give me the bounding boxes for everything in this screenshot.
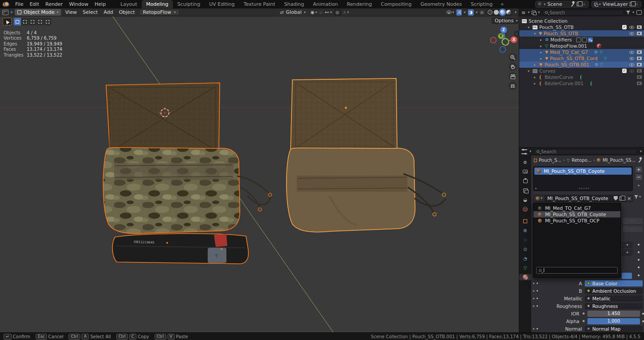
expand-arrow-icon[interactable]: ▸ <box>531 281 537 285</box>
expand-arrow-icon[interactable]: ▸ <box>539 57 543 61</box>
outliner-search-input[interactable] <box>550 10 621 15</box>
slot-specials-menu[interactable]: ▾ <box>638 184 640 188</box>
gizmos-toggle[interactable]: ⤨ <box>456 9 462 16</box>
row-modifiers[interactable]: ▸ ⚙ Modifiers <box>519 37 644 43</box>
menu-edit[interactable]: Edit <box>26 0 42 8</box>
shading-dropdown[interactable]: ▾ <box>515 11 517 14</box>
ambient-occlusion-field[interactable]: Ambient Occlusion <box>585 288 643 294</box>
navigation-gizmo[interactable]: Y Z X <box>488 23 520 56</box>
falloff-dropdown[interactable]: ∧ ▾ <box>343 10 349 15</box>
render-camera-toggle[interactable] <box>637 32 642 35</box>
expand-arrow-icon[interactable]: ▸ <box>533 63 537 67</box>
tab-texture-paint[interactable]: Texture Paint <box>239 0 280 8</box>
modifier-realtime-toggle[interactable] <box>582 37 587 42</box>
tab-geometry-nodes[interactable]: Geometry Nodes <box>416 0 466 8</box>
menu-view[interactable]: View <box>63 9 78 15</box>
ior-slider[interactable]: 1.450 <box>587 311 640 317</box>
render-camera-toggle[interactable] <box>637 25 642 29</box>
row-pouch-collection[interactable]: ▾ Pouch_SS_OTB ✓ <box>519 24 644 30</box>
tourniquet-strap[interactable]: T GB11113649 <box>112 233 248 264</box>
hide-eye-toggle[interactable] <box>629 51 634 54</box>
row-scene-collection[interactable]: Scene Collection <box>519 18 644 24</box>
expand-arrow-icon[interactable]: ▸ <box>539 44 543 48</box>
camera-view-button[interactable] <box>509 72 517 81</box>
outliner-search[interactable] <box>542 10 624 16</box>
pin-icon[interactable] <box>570 2 575 7</box>
select-mode-intersect-button[interactable] <box>44 18 51 25</box>
row-pouch-cord[interactable]: ▸ ▼ Pouch_SS_OTB_Cord ▽ <box>519 55 644 61</box>
retopoflow-menu[interactable]: RetopoFlow ▾ <box>139 9 180 16</box>
duplicate-material-icon[interactable] <box>619 197 623 201</box>
tab-animation[interactable]: Animation <box>308 0 342 8</box>
hide-eye-toggle[interactable] <box>629 70 634 73</box>
orthographic-grid-button[interactable] <box>509 82 517 90</box>
hide-eye-toggle[interactable] <box>629 26 634 29</box>
proportional-editing-toggle[interactable]: ◎ <box>334 9 341 16</box>
zoom-button[interactable] <box>509 53 517 61</box>
blender-logo-icon[interactable] <box>3 2 9 7</box>
material-preview-shading-button[interactable] <box>500 10 505 15</box>
tab-scene-icon[interactable]: ◒ <box>521 197 529 203</box>
axis-neg-z[interactable] <box>500 47 506 53</box>
expand-arrow-icon[interactable]: ▸ <box>531 327 537 331</box>
tab-scripting[interactable]: Scripting <box>466 0 497 8</box>
tab-compositing[interactable]: Compositing <box>377 0 416 8</box>
tab-modeling[interactable]: Modeling <box>142 0 173 8</box>
expand-arrow-icon[interactable]: ▸ <box>531 289 537 293</box>
breadcrumb-data[interactable]: Retopo... <box>572 158 592 163</box>
copy-icon[interactable] <box>630 2 633 6</box>
normal-map-field[interactable]: Normal Map <box>585 326 643 332</box>
row-bezier-curve-001[interactable]: ▸ BézierCurve.001 <box>519 80 644 86</box>
filter-icon[interactable] <box>626 11 630 14</box>
properties-search-input[interactable] <box>541 149 635 154</box>
row-pouch-mesh[interactable]: ▾ ▼ Pouch_SS_OTB <box>519 30 644 37</box>
transform-orientation-dropdown[interactable]: ⇄ Global ▾ <box>277 9 308 16</box>
add-workspace-button[interactable]: + <box>497 0 507 8</box>
overlays-toggle[interactable]: ◑ <box>468 9 474 16</box>
material-slot-list[interactable]: MI_Pouch_SS_OTB_Coyote ▸∙∙∙∙∙ <box>533 166 633 191</box>
tab-uv-editing[interactable]: UV Editing <box>205 0 239 8</box>
tab-object-icon[interactable] <box>521 218 529 224</box>
tab-sculpting[interactable]: Sculpting <box>173 0 205 8</box>
mode-dropdown[interactable]: Object Mode ▾ <box>15 9 61 16</box>
tab-shading[interactable]: Shading <box>280 0 309 8</box>
dropdown-item-med-tq[interactable]: MI_Med_TQ_Cat_G7 <box>533 205 620 211</box>
menu-window[interactable]: Window <box>66 0 91 8</box>
row-med-tq[interactable]: ▸ ▼ Med_TQ_Cat_G7 ⚙ ▽ <box>519 49 644 55</box>
menu-help[interactable]: Help <box>91 0 109 8</box>
material-name-field[interactable]: MI_Pouch_SS_OTB_Coyote <box>545 195 626 202</box>
hidden-slider-stub[interactable] <box>622 273 632 279</box>
editor-type-icon[interactable] <box>2 10 8 15</box>
copy-icon[interactable] <box>577 2 580 6</box>
expand-arrow-icon[interactable]: ▸ <box>533 75 537 79</box>
expand-arrow-icon[interactable]: ▸ <box>539 50 543 54</box>
tab-object-data-icon[interactable]: ▽ <box>521 265 529 271</box>
menu-render[interactable]: Render <box>42 0 66 8</box>
roughness-field[interactable]: Roughness <box>585 303 643 309</box>
properties-search[interactable] <box>533 149 638 155</box>
filter-dropdown[interactable]: ▾ <box>634 195 641 199</box>
xray-toggle[interactable]: ▣ <box>480 10 484 15</box>
select-mode-subtract-button[interactable] <box>29 18 36 25</box>
collection-checkbox[interactable]: ✓ <box>622 69 627 73</box>
row-curves-collection[interactable]: ▾ Curves ✓ <box>519 68 644 74</box>
dropdown-item-ocp[interactable]: MI_Pouch_SS_OTB_OCP <box>533 217 620 224</box>
list-grip[interactable]: ▸∙∙∙∙∙ <box>535 186 631 190</box>
keyframe-dot[interactable] <box>638 259 640 261</box>
modifier-edit-toggle[interactable] <box>576 37 581 42</box>
select-mode-invert-button[interactable] <box>37 18 44 25</box>
base-color-field[interactable]: Base Color <box>585 280 643 287</box>
wireframe-shading-button[interactable] <box>488 10 492 15</box>
modifier-render-toggle[interactable] <box>588 37 593 42</box>
tab-output-printer-icon[interactable] <box>521 178 529 184</box>
outliner-editor-icon[interactable]: ≡ <box>521 10 525 16</box>
unlink-material-button[interactable]: × <box>626 195 633 202</box>
breadcrumb-object[interactable]: Pouch_S... <box>539 158 562 163</box>
tab-view-layer-icon[interactable] <box>521 187 529 193</box>
hidden-dropdown-stub[interactable]: ▾ <box>622 249 633 256</box>
expand-arrow-icon[interactable]: ▸ <box>533 82 537 86</box>
tab-rendering[interactable]: Rendering <box>342 0 376 8</box>
tab-particles-icon[interactable]: ∷ <box>521 237 529 243</box>
tab-material-icon[interactable] <box>519 274 531 280</box>
properties-editor-icon[interactable] <box>521 149 527 154</box>
